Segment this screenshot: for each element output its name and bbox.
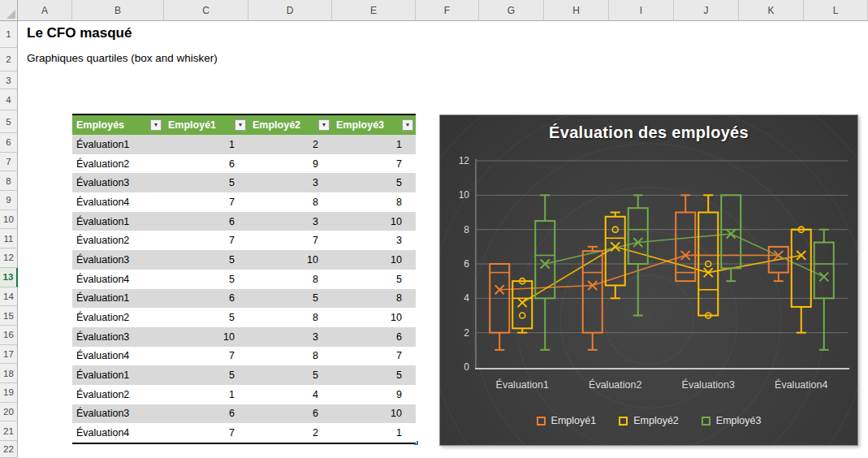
cell-value[interactable]: 7 — [332, 154, 416, 174]
cell-evaluation-label[interactable]: Évaluation2 — [72, 231, 164, 250]
cell-value[interactable]: 6 — [164, 154, 248, 174]
row-header-3[interactable]: 3 — [0, 71, 18, 89]
cell-value[interactable]: 2 — [248, 423, 332, 443]
cell-value[interactable]: 5 — [332, 173, 416, 192]
column-header-K[interactable]: K — [739, 0, 804, 21]
table-header-cell-employe1[interactable]: Employé1▼ — [164, 115, 248, 135]
filter-dropdown-icon[interactable]: ▼ — [235, 119, 246, 131]
cell-evaluation-label[interactable]: Évaluation4 — [72, 270, 164, 289]
cell-evaluation-label[interactable]: Évaluation1 — [72, 135, 164, 154]
cell-evaluation-label[interactable]: Évaluation3 — [72, 250, 164, 270]
column-header-B[interactable]: B — [72, 0, 164, 21]
row-header-2[interactable]: 2 — [0, 48, 18, 71]
cell-value[interactable]: 7 — [248, 231, 332, 250]
sheet-subtitle-cell[interactable]: Graphiques quartiles (box and whisker) — [27, 52, 218, 64]
column-header-E[interactable]: E — [332, 0, 416, 21]
column-header-J[interactable]: J — [674, 0, 739, 21]
row-header-21[interactable]: 21 — [0, 421, 18, 441]
cell-value[interactable]: 6 — [248, 404, 332, 424]
cell-value[interactable]: 3 — [248, 173, 332, 192]
cell-evaluation-label[interactable]: Évaluation4 — [72, 423, 164, 443]
row-header-11[interactable]: 11 — [0, 229, 18, 248]
cell-value[interactable]: 8 — [248, 308, 332, 327]
cell-value[interactable]: 2 — [248, 135, 332, 154]
cell-value[interactable]: 5 — [164, 270, 248, 289]
column-header-C[interactable]: C — [164, 0, 248, 21]
filter-dropdown-icon[interactable]: ▼ — [318, 119, 330, 131]
cell-value[interactable]: 1 — [332, 135, 416, 154]
cell-evaluation-label[interactable]: Évaluation1 — [72, 365, 164, 385]
column-header-H[interactable]: H — [544, 0, 609, 21]
row-header-18[interactable]: 18 — [0, 364, 18, 383]
cell-value[interactable]: 5 — [332, 270, 416, 289]
legend-item-employé1[interactable]: Employé1 — [537, 415, 597, 426]
cell-value[interactable]: 8 — [332, 192, 416, 212]
cell-value[interactable]: 5 — [248, 365, 332, 385]
cell-evaluation-label[interactable]: Évaluation2 — [72, 154, 164, 174]
table-header-cell-employe3[interactable]: Employé3▼ — [332, 115, 416, 135]
table-header-cell-employes[interactable]: Employés▼ — [72, 115, 164, 135]
cell-value[interactable]: 6 — [164, 404, 248, 424]
cell-evaluation-label[interactable]: Évaluation4 — [72, 192, 164, 212]
column-header-D[interactable]: D — [248, 0, 332, 21]
cell-evaluation-label[interactable]: Évaluation3 — [72, 173, 164, 192]
row-header-7[interactable]: 7 — [0, 153, 18, 172]
row-header-1[interactable]: 1 — [0, 21, 18, 48]
cell-value[interactable]: 8 — [248, 347, 332, 366]
row-header-16[interactable]: 16 — [0, 326, 18, 345]
cell-value[interactable]: 7 — [164, 347, 248, 366]
cell-value[interactable]: 1 — [164, 135, 248, 154]
legend-item-employé3[interactable]: Employé3 — [702, 415, 762, 426]
cell-value[interactable]: 10 — [332, 212, 416, 231]
cell-value[interactable]: 1 — [164, 385, 248, 404]
cell-evaluation-label[interactable]: Évaluation3 — [72, 327, 164, 347]
cell-value[interactable]: 5 — [248, 289, 332, 309]
row-header-22[interactable]: 22 — [0, 441, 18, 458]
row-header-9[interactable]: 9 — [0, 191, 18, 210]
cell-evaluation-label[interactable]: Évaluation3 — [72, 404, 164, 424]
cell-value[interactable]: 3 — [248, 327, 332, 347]
filter-dropdown-icon[interactable]: ▼ — [150, 119, 162, 131]
cell-evaluation-label[interactable]: Évaluation2 — [72, 308, 164, 327]
column-header-G[interactable]: G — [479, 0, 544, 21]
column-header-L[interactable]: L — [804, 0, 868, 21]
cell-value[interactable]: 7 — [164, 192, 248, 212]
cell-evaluation-label[interactable]: Évaluation1 — [72, 212, 164, 231]
table-resize-handle[interactable] — [414, 441, 418, 445]
cell-evaluation-label[interactable]: Évaluation4 — [72, 347, 164, 366]
cell-evaluation-label[interactable]: Évaluation2 — [72, 385, 164, 404]
cell-value[interactable]: 4 — [248, 385, 332, 404]
cell-value[interactable]: 10 — [332, 250, 416, 270]
row-header-19[interactable]: 19 — [0, 383, 18, 403]
cell-evaluation-label[interactable]: Évaluation1 — [72, 289, 164, 309]
cell-value[interactable]: 7 — [164, 423, 248, 443]
cell-value[interactable]: 3 — [248, 212, 332, 231]
column-header-F[interactable]: F — [416, 0, 479, 21]
legend-item-employé2[interactable]: Employé2 — [619, 415, 679, 426]
cell-value[interactable]: 10 — [332, 404, 416, 424]
filter-dropdown-icon[interactable]: ▼ — [402, 119, 413, 131]
cell-value[interactable]: 5 — [164, 365, 248, 385]
row-header-6[interactable]: 6 — [0, 133, 18, 153]
row-header-20[interactable]: 20 — [0, 403, 18, 422]
cell-value[interactable]: 7 — [164, 231, 248, 250]
column-header-I[interactable]: I — [609, 0, 674, 21]
row-header-4[interactable]: 4 — [0, 89, 18, 110]
cell-value[interactable]: 5 — [332, 365, 416, 385]
row-header-10[interactable]: 10 — [0, 210, 18, 230]
cell-value[interactable]: 10 — [332, 308, 416, 327]
cell-value[interactable]: 9 — [248, 154, 332, 174]
row-header-12[interactable]: 12 — [0, 248, 18, 268]
row-header-8[interactable]: 8 — [0, 171, 18, 191]
column-header-A[interactable]: A — [18, 0, 72, 21]
cell-value[interactable]: 10 — [164, 327, 248, 347]
cell-value[interactable]: 5 — [164, 250, 248, 270]
cell-value[interactable]: 5 — [164, 308, 248, 327]
select-all-corner[interactable] — [0, 0, 18, 21]
row-header-15[interactable]: 15 — [0, 306, 18, 326]
cell-value[interactable]: 6 — [332, 327, 416, 347]
box-whisker-chart[interactable]: Évaluation des employés 024681012Évaluat… — [439, 114, 858, 446]
cell-value[interactable]: 8 — [332, 289, 416, 309]
cell-value[interactable]: 1 — [332, 423, 416, 443]
cell-value[interactable]: 8 — [248, 270, 332, 289]
